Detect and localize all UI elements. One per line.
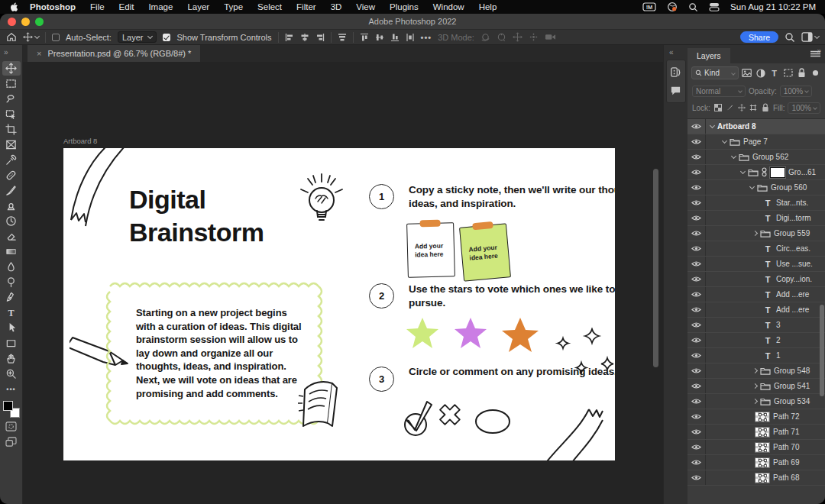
close-tab-icon[interactable]: × — [37, 49, 41, 58]
menubar-clock[interactable]: Sun Aug 21 10:22 PM — [730, 2, 816, 11]
lock-position-icon[interactable] — [737, 102, 746, 114]
layer-row-page-7[interactable]: Page 7 — [688, 134, 825, 150]
layer-row-group-560[interactable]: Group 560 — [688, 180, 825, 195]
brush-tool[interactable] — [2, 183, 21, 198]
share-button[interactable]: Share — [740, 31, 778, 43]
filter-kind-dropdown[interactable]: Kind — [691, 66, 739, 79]
chevron-down-icon[interactable] — [740, 169, 746, 174]
filter-shape-layers-icon[interactable] — [782, 67, 794, 79]
layer-visibility-eye-icon[interactable] — [688, 134, 706, 149]
layer-visibility-eye-icon[interactable] — [688, 150, 706, 164]
canvas-pasteboard[interactable]: Artboard 8 Digital Brainstorm — [23, 62, 663, 504]
layer-visibility-eye-icon[interactable] — [688, 455, 706, 470]
distribute-horizontal-icon[interactable] — [406, 33, 415, 42]
layer-visibility-eye-icon[interactable] — [688, 363, 706, 378]
auto-select-target-dropdown[interactable]: Layer — [118, 31, 157, 43]
chevron-down-icon[interactable] — [731, 153, 736, 159]
layer-row-digi-torm[interactable]: TDigi...torm — [688, 211, 825, 226]
menu-item-3d[interactable]: 3D — [331, 2, 342, 11]
chevron-right-icon[interactable] — [752, 383, 758, 389]
shape-layer-thumbnail[interactable] — [755, 427, 770, 438]
layer-row-use-sue-[interactable]: TUse ...sue. — [688, 257, 825, 272]
layer-row-2[interactable]: T2 — [688, 333, 825, 348]
layer-row-1[interactable]: T1 — [688, 348, 825, 363]
layer-row-group-548[interactable]: Group 548 — [688, 363, 825, 379]
edit-toolbar-icon[interactable]: ••• — [2, 383, 21, 396]
artboard-label[interactable]: Artboard 8 — [63, 137, 97, 145]
layer-thumbnail[interactable] — [770, 167, 785, 178]
lock-transparency-icon[interactable] — [713, 102, 723, 114]
gradient-tool[interactable] — [2, 244, 21, 259]
layer-visibility-eye-icon[interactable] — [688, 257, 706, 271]
filter-type-layers-icon[interactable]: T — [768, 67, 780, 79]
tab-layers[interactable]: Layers — [688, 48, 730, 63]
filter-pixel-layers-icon[interactable] — [741, 67, 752, 79]
distribute-top-icon[interactable] — [360, 33, 369, 42]
menu-item-filter[interactable]: Filter — [296, 2, 316, 11]
align-top-edges-icon[interactable] — [338, 33, 347, 42]
chevron-down-icon[interactable] — [710, 123, 715, 128]
panel-menu-icon[interactable] — [810, 50, 820, 57]
layer-row-group-562[interactable]: Group 562 — [688, 150, 825, 165]
align-right-edges-icon[interactable] — [315, 33, 325, 42]
hand-tool[interactable] — [2, 351, 21, 366]
filter-smart-objects-icon[interactable] — [796, 67, 807, 79]
layer-visibility-eye-icon[interactable] — [688, 119, 706, 134]
layer-visibility-eye-icon[interactable] — [688, 470, 706, 485]
history-panel-icon[interactable] — [670, 66, 681, 78]
distribute-bottom-icon[interactable] — [390, 33, 400, 42]
menu-item-select[interactable]: Select — [257, 2, 282, 11]
quick-mask-icon[interactable] — [2, 419, 21, 433]
menu-item-type[interactable]: Type — [224, 2, 243, 11]
dodge-tool[interactable] — [2, 275, 21, 289]
expand-left-dock-icon[interactable]: » — [0, 45, 22, 57]
menu-item-photoshop[interactable]: Photoshop — [30, 2, 76, 11]
zoom-tool[interactable] — [2, 367, 21, 381]
layer-row-path-68[interactable]: Path 68 — [688, 470, 825, 486]
fill-field[interactable]: 100% — [788, 102, 820, 114]
layer-visibility-eye-icon[interactable] — [688, 425, 706, 439]
distribute-vertical-centers-icon[interactable] — [375, 33, 384, 42]
layer-row-path-70[interactable]: Path 70 — [688, 440, 825, 455]
filter-toggle-icon[interactable] — [810, 67, 821, 79]
align-horizontal-centers-icon[interactable] — [300, 33, 309, 42]
move-tool[interactable] — [2, 61, 21, 76]
document-tab[interactable]: × Presentation.psd @ 66.7% (RGB/8#) * — [28, 45, 200, 62]
layers-panel-scrollbar[interactable] — [820, 305, 824, 396]
foreground-color-swatch[interactable] — [3, 401, 13, 411]
layer-visibility-eye-icon[interactable] — [688, 333, 706, 347]
menu-item-help[interactable]: Help — [479, 2, 497, 11]
type-tool[interactable]: T — [2, 305, 21, 320]
shape-layer-thumbnail[interactable] — [755, 457, 770, 468]
layer-visibility-eye-icon[interactable] — [688, 302, 706, 317]
menubar-search-icon[interactable] — [688, 2, 698, 12]
path-selection-tool[interactable] — [2, 321, 21, 335]
menubar-camera-icon[interactable] — [667, 2, 678, 12]
layer-row-3[interactable]: T3 — [688, 318, 825, 333]
menu-item-plugins[interactable]: Plugins — [390, 2, 419, 11]
layer-row-group-541[interactable]: Group 541 — [688, 379, 825, 394]
chevron-down-icon[interactable] — [722, 138, 727, 144]
crop-tool[interactable] — [2, 122, 21, 137]
menu-item-file[interactable]: File — [90, 2, 105, 11]
rect-marquee-tool[interactable] — [2, 76, 21, 91]
clone-stamp-tool[interactable] — [2, 199, 21, 213]
eyedropper-tool[interactable] — [2, 153, 21, 167]
layer-visibility-eye-icon[interactable] — [688, 440, 706, 454]
shape-layer-thumbnail[interactable] — [755, 412, 770, 422]
layer-row-star-nts-[interactable]: TStar...nts. — [688, 195, 825, 211]
show-transform-checkbox[interactable] — [163, 34, 170, 41]
comments-panel-icon[interactable] — [670, 86, 681, 96]
shape-layer-thumbnail[interactable] — [755, 442, 770, 453]
chevron-right-icon[interactable] — [752, 399, 758, 404]
menu-item-layer[interactable]: Layer — [187, 2, 209, 11]
layer-visibility-eye-icon[interactable] — [688, 272, 706, 286]
opacity-field[interactable]: 100% — [780, 86, 813, 97]
window-titlebar[interactable]: Adobe Photoshop 2022 — [0, 14, 825, 30]
menu-item-image[interactable]: Image — [148, 2, 173, 11]
menu-item-edit[interactable]: Edit — [119, 2, 134, 11]
layer-visibility-eye-icon[interactable] — [688, 241, 706, 256]
layer-row-group-534[interactable]: Group 534 — [688, 394, 825, 409]
layer-visibility-eye-icon[interactable] — [688, 409, 706, 424]
layer-row-add-ere[interactable]: TAdd ...ere — [688, 302, 825, 318]
